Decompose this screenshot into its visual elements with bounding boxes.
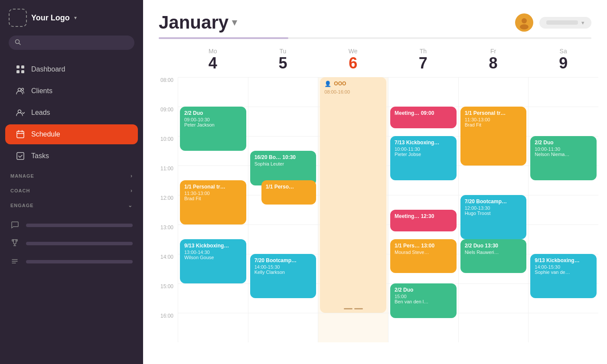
main: January ▾ ▾ Mo 4 Tu xyxy=(143,0,607,364)
cal-body: 08:00 09:00 10:00 11:00 12:00 13:00 14:0… xyxy=(152,77,598,342)
event-th-4[interactable]: 1/1 Pers… 13:00 Mourad Steve… xyxy=(390,239,457,273)
day-abbr-th: Th xyxy=(388,48,458,55)
time-08: 08:00 xyxy=(152,77,178,107)
engage-items xyxy=(0,213,143,274)
coach-chevron-icon: › xyxy=(131,188,133,194)
sidebar-item-tasks[interactable]: Tasks xyxy=(5,146,138,166)
engage-item-1[interactable] xyxy=(0,216,143,234)
dashboard-icon xyxy=(16,65,25,74)
event-th-1[interactable]: Meeting… 09:00 xyxy=(390,107,457,128)
event-fr-1[interactable]: 1/1 Personal tr… 11:30-13:00 Brad Fit xyxy=(460,107,527,166)
day-num-th: 7 xyxy=(388,55,458,72)
event-fr-2[interactable]: 7/20 Bootcamp… 12:00-13:30 Hugo Troost xyxy=(460,195,527,239)
event-th-2[interactable]: 7/13 Kickboxing… 10:00-11:30 Pieter Jobs… xyxy=(390,136,457,180)
sidebar-item-leads[interactable]: Leads xyxy=(5,103,138,123)
day-col-we: 👤 OOO 08:00-16:00 xyxy=(318,77,388,342)
time-13: 13:00 xyxy=(152,224,178,254)
time-09: 09:00 xyxy=(152,107,178,136)
day-abbr-sa: Sa xyxy=(528,48,598,55)
svg-rect-5 xyxy=(21,70,24,73)
manage-section[interactable]: MANAGE › xyxy=(0,167,143,182)
engage-item-2[interactable] xyxy=(0,234,143,253)
time-10: 10:00 xyxy=(152,136,178,166)
logo-area[interactable]: Your Logo ▾ xyxy=(0,9,143,36)
month-name: January xyxy=(159,12,228,33)
day-col-sa: 2/2 Duo 10:00-11:30 Nelson Niema… 9/13 K… xyxy=(528,77,598,342)
svg-rect-9 xyxy=(17,131,24,138)
col-header-mo: Mo 4 xyxy=(178,43,248,75)
day-abbr-fr: Fr xyxy=(458,48,529,55)
chat-icon xyxy=(10,221,20,230)
col-header-tu: Tu 5 xyxy=(248,43,318,75)
engage-label: ENGAGE xyxy=(10,203,34,208)
event-sa-1[interactable]: 2/2 Duo 10:00-11:30 Nelson Niema… xyxy=(530,136,597,180)
clients-label: Clients xyxy=(31,87,52,95)
avatar[interactable] xyxy=(515,13,533,32)
time-15: 15:00 xyxy=(152,283,178,313)
top-bar: January ▾ ▾ xyxy=(143,0,607,37)
logo-box xyxy=(9,9,27,27)
time-11: 11:00 xyxy=(152,166,178,195)
cal-header: Mo 4 Tu 5 We 6 Th 7 Fr 8 Sa 9 xyxy=(152,39,598,75)
day-col-mo: 2/2 Duo 09:00-10:30 Peter Jackson 1/1 Pe… xyxy=(178,77,248,342)
day-num-we: 6 xyxy=(318,55,388,72)
month-chevron-icon[interactable]: ▾ xyxy=(232,17,237,28)
event-tu-3[interactable]: 7/20 Bootcamp… 14:00-15:30 Kelly Clarkso… xyxy=(250,254,317,298)
list-icon xyxy=(10,257,20,266)
svg-line-1 xyxy=(19,43,21,45)
manage-label: MANAGE xyxy=(10,173,34,179)
search-bar[interactable] xyxy=(9,36,134,50)
time-col: 08:00 09:00 10:00 11:00 12:00 13:00 14:0… xyxy=(152,77,178,342)
day-abbr-mo: Mo xyxy=(178,48,248,55)
svg-rect-12 xyxy=(17,153,24,159)
svg-rect-4 xyxy=(16,70,20,73)
col-header-we: We 6 xyxy=(318,43,388,75)
engage-chevron-icon: ⌄ xyxy=(128,202,133,208)
event-fr-3[interactable]: 2/2 Duo 13:30 Niels Rauweri… xyxy=(460,239,527,273)
time-12: 12:00 xyxy=(152,195,178,224)
top-right: ▾ xyxy=(515,13,591,32)
time-16: 16:00 xyxy=(152,313,178,342)
calendar-area[interactable]: Mo 4 Tu 5 We 6 Th 7 Fr 8 Sa 9 xyxy=(143,39,607,364)
col-header-th: Th 7 xyxy=(388,43,458,75)
event-sa-2[interactable]: 9/13 Kickboxing… 14:00-15:30 Sophie van … xyxy=(530,254,597,298)
engage-section[interactable]: ENGAGE ⌄ xyxy=(0,196,143,211)
event-th-5[interactable]: 2/2 Duo 15:00 Ben van den l… xyxy=(390,283,457,318)
clients-icon xyxy=(16,86,25,96)
sidebar-item-clients[interactable]: Clients xyxy=(5,81,138,101)
event-th-3[interactable]: Meeting… 12:30 xyxy=(390,210,457,231)
search-input[interactable] xyxy=(24,39,128,46)
day-abbr-tu: Tu xyxy=(248,48,318,55)
engage-bar-2 xyxy=(26,242,133,245)
sidebar-item-dashboard[interactable]: Dashboard xyxy=(5,59,138,79)
day-col-fr: 1/1 Personal tr… 11:30-13:00 Brad Fit 7/… xyxy=(458,77,529,342)
coach-label: COACH xyxy=(10,188,30,193)
month-title[interactable]: January ▾ xyxy=(159,12,237,33)
schedule-label: Schedule xyxy=(31,130,60,138)
coach-section[interactable]: COACH › xyxy=(0,182,143,196)
engage-bar-1 xyxy=(26,224,133,227)
svg-rect-2 xyxy=(16,65,20,68)
engage-item-3[interactable] xyxy=(0,253,143,271)
logo-chevron-icon: ▾ xyxy=(74,15,77,21)
user-name-placeholder xyxy=(546,20,578,25)
event-mo-2[interactable]: 1/1 Personal tr… 11:30-13:00 Brad Fit xyxy=(180,180,246,224)
day-col-th: Meeting… 09:00 7/13 Kickboxing… 10:00-11… xyxy=(388,77,458,342)
engage-bar-3 xyxy=(26,260,133,263)
time-14: 14:00 xyxy=(152,254,178,283)
manage-chevron-icon: › xyxy=(131,173,133,179)
schedule-icon xyxy=(16,130,25,139)
logo-text: Your Logo xyxy=(31,13,70,23)
svg-rect-3 xyxy=(21,65,24,68)
sidebar-item-schedule[interactable]: Schedule xyxy=(5,124,138,144)
event-mo-1[interactable]: 2/2 Duo 09:00-10:30 Peter Jackson xyxy=(180,107,246,151)
event-tu-2[interactable]: 1/1 Perso… xyxy=(261,180,317,205)
user-name-bar[interactable]: ▾ xyxy=(539,17,591,29)
col-header-sa: Sa 9 xyxy=(528,43,598,75)
day-num-mo: 4 xyxy=(178,55,248,72)
event-we-ooo[interactable]: 👤 OOO 08:00-16:00 xyxy=(320,77,386,313)
svg-point-18 xyxy=(522,18,527,23)
day-num-sa: 9 xyxy=(528,55,598,72)
event-mo-3[interactable]: 9/13 Kickboxing… 13:00-14:30 Wilson Gous… xyxy=(180,239,246,283)
day-abbr-we: We xyxy=(318,48,388,55)
